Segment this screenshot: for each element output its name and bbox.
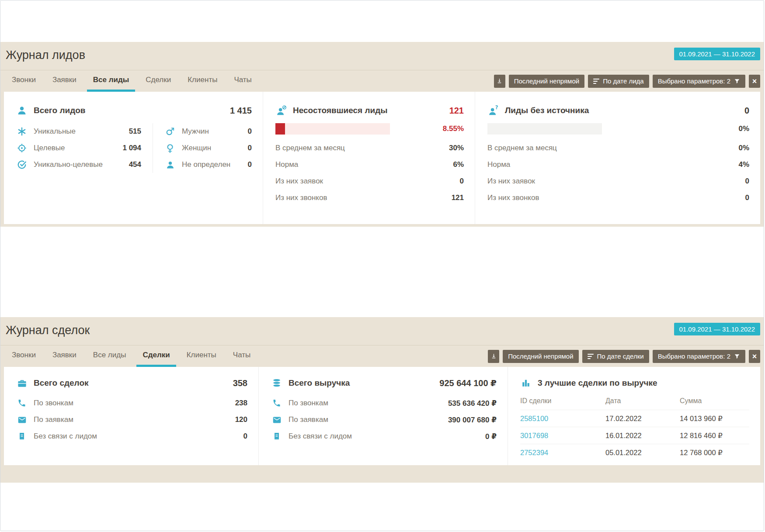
column-header-id: ID сделки: [520, 397, 605, 405]
date-range-badge[interactable]: 01.09.2021 — 31.10.2022: [674, 323, 760, 335]
close-icon: ×: [752, 77, 757, 85]
column-header-date: Дата: [605, 397, 680, 405]
tab-all-leads[interactable]: Все лиды: [87, 345, 132, 367]
stat-label: Без связи с лидом: [289, 432, 479, 441]
tab-calls[interactable]: Звонки: [6, 345, 42, 367]
close-filter-button[interactable]: ×: [749, 350, 760, 363]
stat-label: По звонкам: [289, 399, 442, 408]
sort-button[interactable]: По дате сделки: [582, 350, 649, 363]
tab-deals[interactable]: Сделки: [139, 70, 177, 92]
stat-label: В среднем за месяц: [275, 144, 443, 152]
total-revenue-header: Всего выручка 925 644 100 ₽: [271, 377, 497, 389]
deals-toolbar: Последний непрямой По дате сделки Выбран…: [488, 345, 764, 367]
date-range-badge[interactable]: 01.09.2021 — 31.10.2022: [674, 48, 760, 60]
export-button[interactable]: [488, 350, 499, 363]
stat-label: Норма: [275, 160, 447, 169]
stat-value: 1 094: [122, 144, 141, 152]
deal-amount: 12 768 000 ₽: [680, 449, 749, 457]
stat-value: 0: [243, 432, 247, 441]
attribution-model-button[interactable]: Последний непрямой: [503, 350, 578, 363]
tab-clients[interactable]: Клиенты: [181, 70, 223, 92]
filter-funnel-icon: [734, 353, 740, 360]
download-icon: [490, 353, 497, 360]
leads-journal: Журнал лидов 01.09.2021 — 31.10.2022 Зво…: [0, 42, 764, 227]
filter-params-button[interactable]: Выбрано параметров: 2: [653, 350, 745, 363]
coins-icon: [271, 377, 282, 389]
export-button[interactable]: [494, 75, 505, 88]
filter-funnel-icon: [734, 78, 740, 85]
stat-label: Норма: [487, 160, 732, 169]
no-source-title: Лиды без источника: [505, 106, 589, 115]
failed-leads-title: Несостоявшиеся лиды: [293, 106, 388, 115]
failed-leads-header: Несостоявшиеся лиды 121: [275, 105, 464, 116]
filter-params-label: Выбрано параметров: 2: [658, 352, 730, 360]
tab-requests[interactable]: Заявки: [46, 345, 83, 367]
stat-row-by-calls: По звонкам 238: [16, 395, 247, 411]
tab-chats[interactable]: Чаты: [227, 345, 257, 367]
tab-all-leads[interactable]: Все лиды: [87, 70, 135, 92]
tab-deals[interactable]: Сделки: [136, 345, 176, 367]
unique-target-icon: [16, 159, 28, 170]
stat-value: 6%: [453, 160, 464, 169]
attribution-model-button[interactable]: Последний непрямой: [509, 75, 584, 88]
failed-rate-bar-track: [275, 123, 390, 135]
close-filter-button[interactable]: ×: [749, 75, 760, 88]
stat-value: 0 ₽: [485, 432, 497, 441]
total-leads-column: Всего лидов 1 415 Уникальные 515: [4, 92, 263, 224]
leads-card: Всего лидов 1 415 Уникальные 515: [4, 92, 760, 224]
table-row: 2752394 05.01.2022 12 768 000 ₽: [520, 444, 749, 461]
stat-row: Норма 6%: [275, 156, 464, 173]
stat-label: Уникально-целевые: [34, 160, 123, 169]
filter-params-button[interactable]: Выбрано параметров: 2: [653, 75, 745, 88]
stat-label: Из них звонков: [275, 193, 445, 202]
sort-icon: [593, 79, 599, 84]
no-source-rows: В среднем за месяц 0% Норма 4% Из них за…: [487, 140, 749, 206]
receipt-icon: [271, 431, 282, 442]
deals-tabs: Звонки Заявки Все лиды Сделки Клиенты Ча…: [0, 345, 261, 367]
top-whitespace: [0, 0, 764, 42]
failed-leads-column: Несостоявшиеся лиды 121 8.55% В среднем …: [263, 92, 475, 224]
deals-tabbar: Звонки Заявки Все лиды Сделки Клиенты Ча…: [0, 345, 764, 367]
tab-chats[interactable]: Чаты: [228, 70, 257, 92]
download-icon: [496, 78, 503, 85]
total-revenue-rows: По звонкам 535 636 420 ₽ По заявкам 390 …: [271, 395, 497, 445]
stat-value: 0: [460, 177, 464, 186]
total-revenue-title: Всего выручка: [289, 378, 350, 388]
no-source-bar-track: [487, 123, 602, 135]
deal-date: 16.01.2022: [605, 432, 680, 440]
mail-icon: [271, 414, 282, 425]
deal-id-link[interactable]: 2585100: [520, 415, 548, 422]
stat-value: 0: [745, 193, 749, 202]
no-source-leads-column: ? Лиды без источника 0 0% В среднем за м…: [475, 92, 760, 224]
svg-text:?: ?: [495, 105, 498, 111]
stat-row-male: ♂ Мужчин 0: [164, 123, 252, 140]
stat-label: По заявкам: [34, 415, 229, 424]
stat-row-by-requests: По заявкам 390 007 680 ₽: [271, 411, 497, 428]
sort-label: По дате сделки: [597, 352, 644, 360]
sort-button[interactable]: По дате лида: [588, 75, 649, 88]
deal-id-link[interactable]: 2752394: [520, 449, 548, 456]
top-deals-header: 3 лучшие сделки по выручке: [520, 377, 749, 389]
tab-clients[interactable]: Клиенты: [181, 345, 223, 367]
top-deals-title: 3 лучшие сделки по выручке: [538, 378, 657, 388]
stat-label: Без связи с лидом: [34, 432, 237, 441]
stat-label: По заявкам: [289, 415, 442, 424]
page-title: Журнал сделок: [6, 324, 90, 337]
leads-toolbar: Последний непрямой По дате лида Выбрано …: [494, 70, 764, 92]
deal-id-link[interactable]: 3017698: [520, 432, 548, 439]
stat-row-target: Целевые 1 094: [16, 140, 141, 156]
total-leads-title: Всего лидов: [34, 106, 86, 115]
receipt-icon: [16, 431, 28, 442]
stat-row-no-lead: Без связи с лидом 0 ₽: [271, 428, 497, 445]
female-icon: ♀: [164, 142, 176, 154]
leads-type-breakdown: Уникальные 515 Целевые 1 094: [16, 123, 153, 173]
sort-icon: [588, 354, 594, 359]
total-deals-column: Всего сделок 358 По звонкам 238: [4, 367, 258, 465]
deal-date: 17.02.2022: [605, 415, 680, 423]
target-icon: [16, 142, 28, 154]
tab-requests[interactable]: Заявки: [46, 70, 83, 92]
phone-icon: [16, 397, 28, 409]
tab-calls[interactable]: Звонки: [6, 70, 42, 92]
top-deals-table-header: ID сделки Дата Сумма: [520, 392, 749, 410]
filter-params-label: Выбрано параметров: 2: [658, 77, 730, 85]
